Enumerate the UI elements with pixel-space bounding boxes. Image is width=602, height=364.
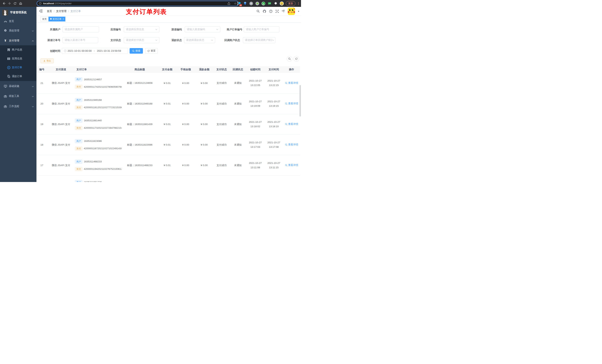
pay-status-select[interactable]: 请选择支付状态 <box>124 37 159 43</box>
tab-pay-order[interactable]: 支付订单× <box>49 17 65 21</box>
view-detail-link[interactable]: 查看详情 <box>285 164 298 167</box>
refresh-icon <box>295 58 298 60</box>
extension-icon[interactable] <box>268 1 272 6</box>
view-detail-link[interactable]: 查看详情 <box>285 81 298 85</box>
browser-update-button[interactable]: 更新 <box>286 1 295 6</box>
channel-code-select[interactable]: 请输入渠道编码 <box>185 26 220 32</box>
search-icon <box>285 123 288 125</box>
tab-close-icon[interactable]: × <box>63 18 64 20</box>
table-row: 18 微信 JSAPI 支付 商户 1635311823086 支付 42000… <box>36 135 300 155</box>
gear-icon <box>4 29 7 32</box>
refund-amount: ¥ 0.00 <box>195 155 214 176</box>
sidebar-collapse-icon[interactable] <box>39 10 43 13</box>
app-select[interactable]: 请选择应用信息 <box>124 26 159 32</box>
browser-home-icon[interactable] <box>18 1 23 6</box>
sidebar-item-payment[interactable]: ¥ 支付管理 <box>0 36 36 45</box>
chevron-down-icon <box>32 29 34 32</box>
filter-label: 退款状态 <box>160 37 182 43</box>
create-time: 2021-10-2713:22:05 <box>246 73 265 94</box>
sidebar-item-workflow[interactable]: 工作流程 <box>0 102 36 111</box>
view-detail-link[interactable]: 查看详情 <box>285 143 298 146</box>
sidebar-item-system[interactable]: 系统管理 <box>0 26 36 35</box>
view-detail-link[interactable]: 查看详情 <box>285 102 298 105</box>
fee-amount: ¥ 0.00 <box>176 155 195 176</box>
bookmark-star-icon[interactable]: ☆ <box>234 2 236 5</box>
page-scrollbar-thumb[interactable] <box>300 85 301 116</box>
sidebar-item-app-info[interactable]: 应用信息 <box>0 54 36 63</box>
merchant-tag: 商户 <box>75 139 82 143</box>
breadcrumb-pay-mgmt[interactable]: 支付管理 <box>56 10 66 13</box>
pay-time: 2021-10-2713:19:15 <box>265 94 283 114</box>
pay-amount: ¥ 0.01 <box>158 114 176 135</box>
sidebar-item-devtools[interactable]: 研发工具 <box>0 92 36 101</box>
extensions-puzzle-icon[interactable] <box>274 1 278 6</box>
toggle-search-button[interactable] <box>287 56 292 62</box>
app-logo-row[interactable]: 芋道管理系统 <box>0 7 36 16</box>
url-bar[interactable]: localhost:1024/pay/order ☆ <box>37 1 239 6</box>
view-detail-link[interactable]: 查看详情 <box>285 123 298 126</box>
user-avatar[interactable] <box>288 8 295 15</box>
refund-status-select[interactable]: 请选择退款状态 <box>184 37 215 43</box>
extension-icon[interactable]: y <box>261 1 266 6</box>
sidebar-item-label: 应用信息 <box>12 57 22 60</box>
annotation-title: 支付订单列表 <box>126 8 167 16</box>
create-time: 2021-10-2713:19:09 <box>246 94 265 114</box>
filter-label: 商户订单编号 <box>220 26 242 32</box>
profile-avatar-icon[interactable] <box>280 1 284 6</box>
channel-order-no: 4200001194202110276752100612 <box>84 167 122 170</box>
sidebar-item-refund-order[interactable]: 退款订单 <box>0 72 36 81</box>
merchant-select-input[interactable]: 请选择所属商户 <box>63 26 99 32</box>
site-info-icon[interactable] <box>39 2 42 5</box>
breadcrumb: 首页 / 支付管理 / 支付订单 <box>47 10 81 13</box>
extension-icon[interactable]: ⌘ <box>249 1 253 6</box>
col-header: 编号 <box>36 66 47 73</box>
fullscreen-icon[interactable] <box>275 10 279 13</box>
product-title: 标题：1635312124656 <box>122 73 158 94</box>
sidebar-item-home[interactable]: 首页 <box>0 17 36 26</box>
help-icon[interactable] <box>269 10 272 13</box>
actions-cell: 查看详情 <box>283 176 300 182</box>
sidebar-item-pay-order[interactable]: ¥ 支付订单 <box>0 63 36 72</box>
main-content: 所属商户 请选择所属商户 应用编号 请选择应用信息 渠道编码 请输入渠道编码 商… <box>36 22 301 182</box>
font-size-icon[interactable]: TT <box>282 10 285 13</box>
merchant-order-no-input[interactable]: 请输入商户订单编号 <box>244 26 279 32</box>
yen-circle-icon: ¥ <box>7 66 10 69</box>
pay-tag: 支付 <box>75 105 82 110</box>
breadcrumb-home[interactable]: 首页 <box>47 10 52 13</box>
github-icon[interactable] <box>263 10 266 13</box>
tags-view-bar: 首页 支付订单× <box>36 16 301 22</box>
sidebar-item-merchant-info[interactable]: 商户信息 <box>0 45 36 54</box>
create-time <box>246 176 265 182</box>
pay-tag: 支付 <box>75 126 82 130</box>
pay-status: 支付成功 <box>214 94 230 114</box>
extension-icon[interactable]: 10 <box>237 1 241 6</box>
sidebar-item-infra[interactable]: 基础设施 <box>0 82 36 91</box>
avatar-caret-icon[interactable]: ▾ <box>298 10 299 13</box>
browser-reload-icon[interactable] <box>12 1 18 6</box>
search-icon[interactable] <box>257 10 260 13</box>
product-title: 标题：1635311881439 <box>122 114 158 135</box>
extension-icon[interactable] <box>255 1 259 6</box>
export-button[interactable]: 导出 <box>41 58 54 63</box>
pay-tag: 支付 <box>75 85 82 89</box>
search-button[interactable]: 搜索 <box>129 48 143 54</box>
extension-icon[interactable] <box>243 1 247 6</box>
table-row: 21 微信 JSAPI 支付 商户 1635312124657 支付 42000… <box>36 73 300 94</box>
reset-button[interactable]: 重置 <box>145 48 158 54</box>
table-row: 20 微信 JSAPI 支付 商户 1635311949168 支付 42000… <box>36 94 300 114</box>
refresh-table-button[interactable] <box>294 56 299 62</box>
create-time-range-input[interactable]: 2021-10-01 00:00:00 - 2021-10-31 23:59:5… <box>62 48 128 54</box>
sidebar-item-label: 研发工具 <box>9 94 19 98</box>
browser-menu-icon[interactable] <box>298 2 300 5</box>
notify-status-select[interactable]: 请选择订单回调商户状态 <box>243 37 275 43</box>
tab-home[interactable]: 首页 <box>41 17 48 21</box>
channel-order-no-input[interactable]: 请输入渠道订单号 <box>63 37 98 43</box>
col-header: 创建时间 <box>246 66 265 73</box>
order-id: 20 <box>36 94 47 114</box>
notify-status: 未通知 <box>230 94 246 114</box>
share-icon[interactable] <box>227 2 230 5</box>
browser-back-icon[interactable] <box>1 1 7 6</box>
browser-forward-icon[interactable] <box>7 1 12 6</box>
sidebar-item-label: 系统管理 <box>9 29 19 32</box>
sidebar-item-label: 基础设施 <box>9 84 19 88</box>
